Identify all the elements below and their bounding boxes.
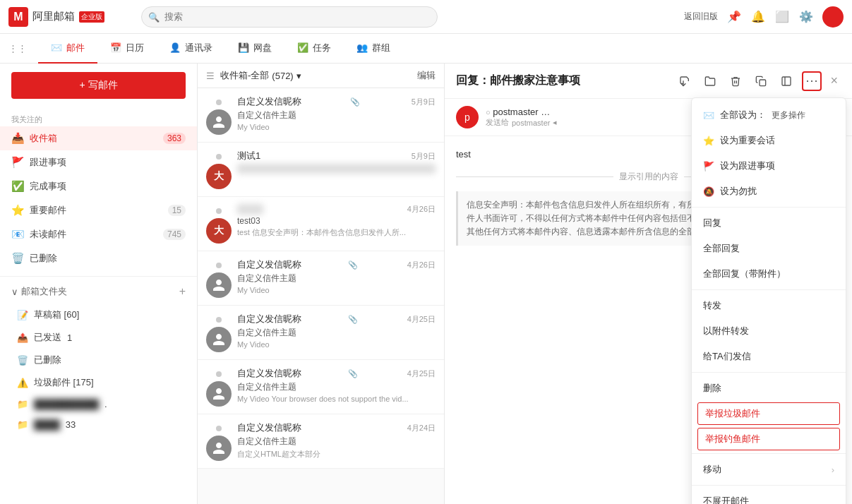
sidebar-item-sent[interactable]: 📤 已发送 1 (0, 326, 197, 349)
sidebar-item-inbox[interactable]: 📥 收件箱 363 (0, 126, 197, 150)
email-header: 自定义发信昵称 📎 4月25日 (237, 313, 436, 325)
menu-item-mark-followup[interactable]: 🚩 设为跟进事项 (692, 153, 846, 179)
menu-item-mark-ignore[interactable]: 🔕 设为勿扰 (692, 179, 846, 204)
detail-title: 回复：邮件搬家注意事项 (456, 73, 675, 88)
sidebar-item-unread[interactable]: 📧 未读邮件 745 (0, 222, 197, 246)
inbox-label: 收件箱 (30, 132, 157, 145)
inbox-count: (572) (272, 71, 293, 81)
menu-item-delete[interactable]: 删除 (692, 376, 846, 401)
svg-rect-1 (760, 80, 766, 86)
pin-icon[interactable]: 📌 (726, 9, 742, 25)
menu-item-forward[interactable]: 转发 (692, 293, 846, 318)
nav-item-disk[interactable]: 💾 网盘 (225, 34, 284, 64)
calendar-icon: 📅 (110, 42, 121, 53)
followup-label: 跟进事项 (30, 156, 186, 169)
sidebar-item-deleted[interactable]: 🗑️ 已删除 (0, 349, 197, 371)
detail-header: 回复：邮件搬家注意事项 (445, 64, 852, 99)
folders-header[interactable]: ∨ 邮箱文件夹 + (0, 280, 197, 304)
copy-btn[interactable] (751, 71, 771, 91)
nav-item-groups[interactable]: 👥 群组 (344, 34, 403, 64)
menu-item-reply-all[interactable]: 全部回复 (692, 236, 846, 261)
folder-move-btn[interactable] (700, 71, 720, 91)
sidebar-item-trash[interactable]: 🗑️ 已删除 (0, 246, 197, 270)
email-header: ████ 4月26日 (237, 204, 436, 215)
spam-icon: ⚠️ (17, 378, 28, 388)
menu-divider2 (692, 289, 846, 290)
move-label: 移动 (703, 463, 721, 476)
reply-all-attach-label: 全部回复（带附件） (703, 268, 786, 280)
avatar (206, 272, 232, 298)
flag-menu-icon: 🚩 (703, 160, 714, 172)
email-header: 自定义发信昵称 📎 4月26日 (237, 258, 436, 271)
attach-icon: 📎 (348, 315, 358, 324)
done-label: 完成事项 (30, 180, 186, 193)
email-header: 测试1 5月9日 (237, 150, 436, 162)
window-btn[interactable] (776, 71, 796, 91)
add-folder-icon[interactable]: + (179, 285, 186, 298)
email-item[interactable]: 大 ████ 4月26日 test03 test 信息安全声明：本邮件包含信息归… (198, 197, 444, 251)
email-detail-wrapper: 回复：邮件搬家注意事项 (445, 64, 852, 504)
more-options-btn[interactable]: ··· (802, 71, 822, 91)
menu-divider (692, 207, 846, 208)
nav-item-contacts[interactable]: 👤 通讯录 (157, 34, 225, 64)
avatar: 大 (206, 164, 232, 189)
flag-icon: 🚩 (11, 156, 24, 169)
avatar (206, 327, 232, 352)
return-old-btn[interactable]: 返回旧版 (684, 11, 718, 23)
menu-item-report-spam[interactable]: 举报垃圾邮件 ↓ (697, 402, 840, 425)
menu-item-send-them[interactable]: 给TA们发信 (692, 344, 846, 369)
email-item[interactable]: 自定义发信昵称 📎 4月26日 自定义信件主题 My Video (198, 251, 444, 306)
avatar[interactable] (822, 6, 844, 28)
sidebar-item-custom1[interactable]: 📁 ██████████ . (0, 394, 197, 414)
window-icon[interactable]: ⬜ (774, 9, 790, 25)
email-subject: test03 (237, 216, 436, 226)
nav-item-calendar[interactable]: 📅 日历 (97, 34, 157, 64)
avatar: 大 (206, 218, 232, 244)
email-item[interactable]: 自定义发信昵称 📎 5月9日 自定义信件主题 My Video (198, 88, 444, 143)
settings-icon[interactable]: ⚙️ (798, 9, 814, 25)
email-item[interactable]: 自定义发信昵称 📎 4月25日 自定义信件主题 My Video (198, 306, 444, 360)
filter-icon[interactable]: ☰ (206, 71, 215, 81)
email-item[interactable]: 大 测试1 5月9日 ████████████ (198, 143, 444, 197)
mark-ignore-label: 设为勿扰 (720, 185, 757, 198)
email-item[interactable]: 自定义发信昵称 4月24日 自定义信件主题 自定义HTML超文本部分 (198, 414, 444, 469)
unread-label: 未读邮件 (30, 228, 157, 241)
sidebar-item-spam[interactable]: ⚠️ 垃圾邮件 [175] (0, 371, 197, 394)
email-date: 4月25日 (407, 314, 436, 325)
email-items: 自定义发信昵称 📎 5月9日 自定义信件主题 My Video 大 测试1 (198, 88, 444, 504)
menu-item-reply-all-attach[interactable]: 全部回复（带附件） (692, 261, 846, 287)
sidebar-item-custom2[interactable]: 📁 ████ 33 (0, 414, 197, 435)
forward-attach-label: 以附件转发 (703, 325, 749, 337)
sidebar-divider (0, 276, 197, 277)
menu-item-mark-important[interactable]: ⭐ 设为重要会话 (692, 128, 846, 153)
sidebar-item-drafts[interactable]: 📝 草稿箱 [60] (0, 304, 197, 326)
folder2-icon: 📁 (17, 419, 28, 430)
edit-label[interactable]: 编辑 (417, 69, 436, 82)
important-label: 重要邮件 (30, 204, 162, 217)
avatar (206, 109, 232, 135)
contacts-icon: 👤 (169, 42, 181, 53)
sidebar-item-followup[interactable]: 🚩 跟进事项 (0, 150, 197, 174)
email-list-title[interactable]: 收件箱-全部 (572) ▾ (220, 69, 414, 82)
email-list-header: ☰ 收件箱-全部 (572) ▾ 编辑 (198, 64, 444, 88)
sent-icon: 📤 (17, 332, 28, 343)
bell-icon[interactable]: 🔔 (750, 9, 766, 25)
menu-item-reply[interactable]: 回复 (692, 210, 846, 236)
compose-button[interactable]: + 写邮件 (11, 72, 186, 99)
nav-item-tasks[interactable]: ✅ 任务 (284, 34, 344, 64)
menu-item-forward-attach[interactable]: 以附件转发 (692, 318, 846, 344)
menu-item-no-expand[interactable]: 不展开邮件 (692, 488, 846, 504)
menu-item-all-set[interactable]: ✉️ 全部设为： 更多操作 (692, 102, 846, 128)
nav-item-mail[interactable]: ✉️ 邮件 (38, 34, 97, 64)
apps-grid-icon[interactable]: ⋮⋮ (8, 43, 27, 54)
close-btn[interactable]: × (827, 71, 841, 91)
sidebar-item-done[interactable]: ✅ 完成事项 (0, 174, 197, 198)
svg-rect-2 (782, 77, 791, 85)
sidebar-item-important[interactable]: ⭐ 重要邮件 15 (0, 198, 197, 222)
delete-btn[interactable] (726, 71, 745, 91)
menu-item-report-phish[interactable]: 举报钓鱼邮件 ↓ (697, 428, 840, 450)
email-item[interactable]: 自定义发信昵称 📎 4月25日 自定义信件主题 My Video Your br… (198, 360, 444, 414)
search-input[interactable] (141, 6, 438, 28)
menu-item-move[interactable]: 移动 › (692, 457, 846, 482)
reply-icon-btn[interactable] (675, 71, 695, 91)
